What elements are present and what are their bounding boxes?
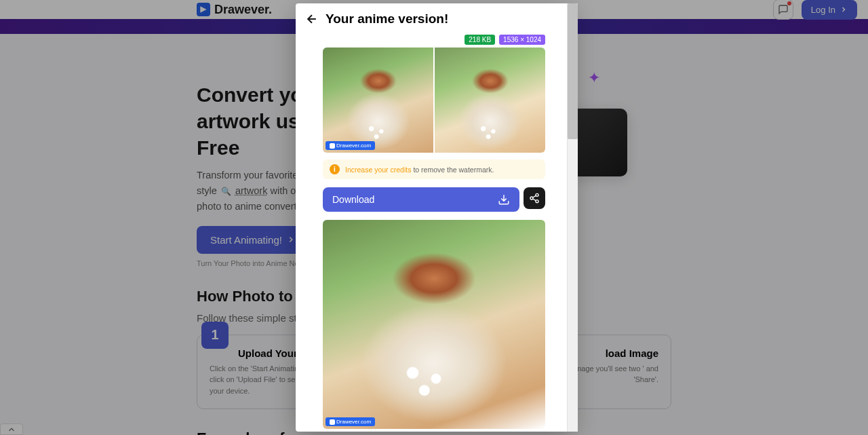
modal-scrollbar[interactable] (567, 3, 578, 432)
back-button[interactable] (305, 12, 319, 26)
scrollbar-thumb[interactable] (568, 3, 578, 139)
svg-line-3 (533, 199, 536, 201)
increase-credits-link[interactable]: Increase your credits (345, 166, 411, 174)
svg-line-4 (533, 195, 536, 197)
download-button[interactable]: Download (323, 187, 519, 212)
download-label: Download (332, 194, 374, 205)
share-button[interactable] (524, 187, 545, 209)
info-icon: i (330, 164, 340, 174)
result-image-comparison[interactable]: Drawever.com (323, 48, 545, 153)
result-modal: Your anime version! 218 KB 1536 × 1024 D… (296, 3, 572, 432)
share-icon (529, 193, 540, 204)
arrow-left-icon (305, 12, 319, 26)
result-image-single[interactable]: Drawever.com (323, 220, 545, 429)
watermark-badge: Drawever.com (326, 417, 375, 426)
download-icon (498, 193, 510, 206)
svg-point-1 (530, 197, 533, 200)
modal-title: Your anime version! (326, 12, 448, 26)
watermark-notice: i Increase your credits to remove the wa… (323, 159, 545, 179)
dimensions-badge: 1536 × 1024 (499, 35, 545, 45)
svg-point-2 (536, 200, 538, 203)
watermark-badge: Drawever.com (326, 141, 375, 150)
filesize-badge: 218 KB (465, 35, 495, 45)
svg-point-0 (536, 193, 538, 196)
